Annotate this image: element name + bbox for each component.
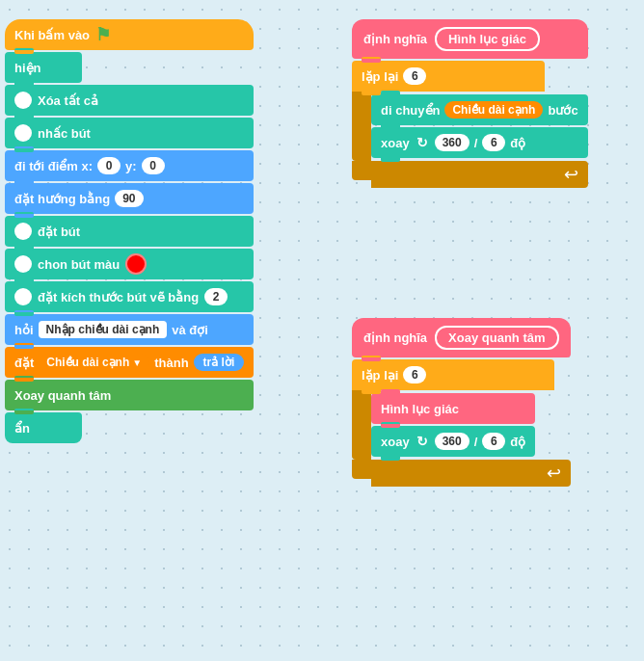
huong-value[interactable]: 90 (115, 190, 143, 207)
hoi-label: hỏi (14, 323, 34, 337)
dinh-nghia-xqt-label: định nghĩa (363, 330, 427, 345)
hoi-input[interactable]: Nhập chiều dài cạnh (39, 321, 168, 338)
y-value[interactable]: 0 (142, 157, 165, 174)
loop-hlg-bottom-right: ↩ (371, 161, 588, 188)
pencil4-icon: ✏ (14, 255, 32, 273)
hien-label: hiện (14, 61, 41, 75)
lap-lai-hlg-block[interactable]: lặp lại 6 (352, 61, 545, 92)
loop-hlg-bottom-left (352, 161, 371, 180)
hlg-name: Hình lục giác (435, 27, 540, 51)
hoi-block[interactable]: hỏi Nhập chiều dài cạnh và đợi (5, 314, 254, 345)
xoay-hlg-val2[interactable]: 6 (482, 134, 505, 151)
do-xqt-label: độ (510, 435, 525, 449)
nhac-but-label: nhấc bút (38, 126, 91, 141)
rotate-right2-icon: ↻ (416, 434, 428, 449)
loop-hlg-bottom: ↩ (352, 161, 588, 188)
lap-xqt-value[interactable]: 6 (403, 366, 426, 383)
pencil5-icon: ✏ (14, 288, 32, 305)
div-label: / (474, 136, 478, 150)
dinh-nghia-xqt-block[interactable]: định nghĩa Xoay quanh tâm (352, 318, 571, 357)
lap-lai-xqt-block[interactable]: lặp lại 6 (352, 359, 554, 390)
xoay-xqt-val2[interactable]: 6 (482, 433, 505, 450)
di-toi-diem-block[interactable]: đi tới điểm x: 0 y: 0 (5, 150, 254, 181)
va-doi-label: và đợi (172, 323, 208, 337)
dat-kich-thuoc-block[interactable]: ✏ đặt kích thước bút vẽ bằng 2 (5, 281, 254, 312)
xoay-xqt-val1[interactable]: 360 (435, 433, 470, 450)
color-circle[interactable] (125, 253, 147, 275)
lap-hlg-value[interactable]: 6 (403, 67, 426, 85)
hien-block[interactable]: hiện (5, 52, 82, 83)
dat-huong-label: đặt hướng bằng (14, 192, 110, 206)
an-label: ẩn (14, 421, 30, 436)
dat-label: đặt (14, 356, 34, 370)
div2-label: / (474, 435, 478, 449)
tra-loi-input[interactable]: trả lời (194, 354, 245, 371)
nhac-but-block[interactable]: ✏ nhấc bút (5, 118, 254, 148)
when-flag-clicked-block[interactable]: Khi bấm vào ⚑ (5, 19, 254, 50)
dat-huong-block[interactable]: đặt hướng bằng 90 (5, 183, 254, 214)
dat-but-label: đặt bút (38, 225, 80, 239)
pencil3-icon: ✏ (14, 223, 32, 240)
chieu-dai-canh-var[interactable]: Chiều dài cạnh ▼ (39, 354, 149, 371)
do-hlg-label: độ (510, 136, 525, 150)
chon-but-mau-label: chon bút màu (38, 257, 120, 272)
xoa-tat-ca-label: Xóa tất cả (38, 93, 98, 108)
dropdown-arrow-icon: ▼ (132, 357, 142, 368)
hlg-call-block[interactable]: Hình lục giác (371, 393, 535, 424)
rotate-right-icon: ↻ (416, 135, 428, 150)
pencil2-icon: ✏ (14, 124, 32, 142)
x-value[interactable]: 0 (97, 157, 121, 174)
xoay-xqt-label: xoay (381, 435, 410, 449)
loop-xqt-bottom: ↩ (352, 460, 571, 487)
xqt-name: Xoay quanh tâm (435, 326, 558, 350)
right-bottom-script: định nghĩa Xoay quanh tâm lặp lại 6 Hình… (352, 318, 571, 487)
chon-but-mau-block[interactable]: ✏ chon bút màu (5, 249, 254, 279)
y-label: y: (125, 159, 137, 173)
loop-hlg-left-bar (352, 92, 371, 161)
di-chuyen-label: di chuyển (381, 103, 440, 118)
lap-lai-hlg-label: lặp lại (362, 69, 398, 84)
loop-xqt-bottom-left (352, 460, 371, 479)
lap-lai-xqt-container: lặp lại 6 Hình lục giác xoay ↻ 360 / (352, 359, 571, 487)
loop-xqt-bottom-right: ↩ (371, 460, 571, 487)
di-chuyen-block[interactable]: di chuyển Chiều dài cạnh bước (371, 94, 588, 125)
dinh-nghia-hlg-block[interactable]: định nghĩa Hình lục giác (352, 19, 588, 59)
loop-hlg-return-arrow-icon: ↩ (564, 164, 578, 185)
xoay-hlg-label: xoay (381, 136, 410, 150)
loop-xqt-return-arrow-icon: ↩ (547, 463, 561, 484)
pencil-icon: ✏ (14, 92, 32, 109)
di-chuyen-var[interactable]: Chiều dài cạnh (444, 101, 543, 119)
xoay-xqt-block[interactable]: xoay ↻ 360 / 6 độ (371, 426, 535, 457)
loop-xqt-inner: Hình lục giác xoay ↻ 360 / 6 độ (371, 390, 535, 460)
hlg-call-label: Hình lục giác (381, 402, 459, 416)
xoay-hlg-block[interactable]: xoay ↻ 360 / 6 độ (371, 127, 588, 158)
buoc-label: bước (548, 103, 577, 118)
left-script: Khi bấm vào ⚑ hiện ✏ Xóa tất cả ✏ nhấc b… (5, 19, 254, 443)
lap-lai-hlg-container: lặp lại 6 di chuyển Chiều dài cạnh bước (352, 61, 588, 188)
right-top-script: định nghĩa Hình lục giác lặp lại 6 di ch… (352, 19, 588, 188)
xoay-quanh-tam-call-label: Xoay quanh tâm (14, 388, 111, 403)
di-toi-label: đi tới điểm x: (14, 159, 93, 173)
dat-but-block[interactable]: ✏ đặt bút (5, 216, 254, 247)
loop-xqt-left-bar (352, 390, 371, 460)
dinh-nghia-hlg-label: định nghĩa (363, 32, 427, 46)
dat-bien-block[interactable]: đặt Chiều dài cạnh ▼ thành trả lời (5, 347, 254, 378)
xoay-hlg-val1[interactable]: 360 (435, 134, 470, 151)
when-flag-label: Khi bấm vào (14, 28, 90, 42)
an-block[interactable]: ẩn (5, 412, 82, 443)
flag-icon: ⚑ (95, 24, 111, 45)
kich-thuoc-value[interactable]: 2 (204, 288, 228, 305)
lap-lai-xqt-label: lặp lại (362, 368, 398, 383)
xoay-quanh-tam-call-block[interactable]: Xoay quanh tâm (5, 380, 254, 410)
dat-kich-thuoc-label: đặt kích thước bút vẽ bằng (38, 290, 199, 304)
loop-hlg-inner: di chuyển Chiều dài cạnh bước xoay ↻ 360… (371, 92, 588, 161)
xoa-tat-ca-block[interactable]: ✏ Xóa tất cả (5, 85, 254, 116)
thanh-label: thành (154, 356, 188, 370)
